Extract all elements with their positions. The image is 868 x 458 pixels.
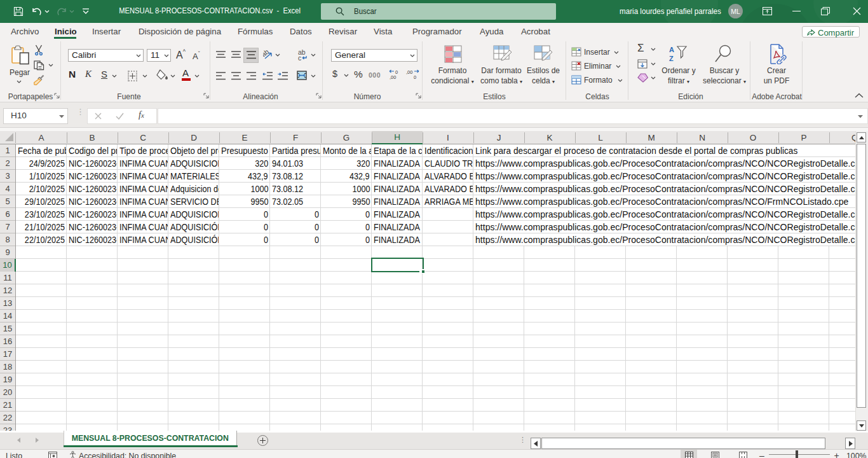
svg-text:,00: ,00	[406, 69, 412, 75]
svg-text:0: 0	[414, 74, 416, 80]
svg-text:A: A	[669, 46, 674, 53]
svg-text:Z: Z	[669, 55, 674, 62]
svg-text:,00: ,00	[390, 74, 396, 80]
svg-text:c: c	[298, 54, 301, 61]
